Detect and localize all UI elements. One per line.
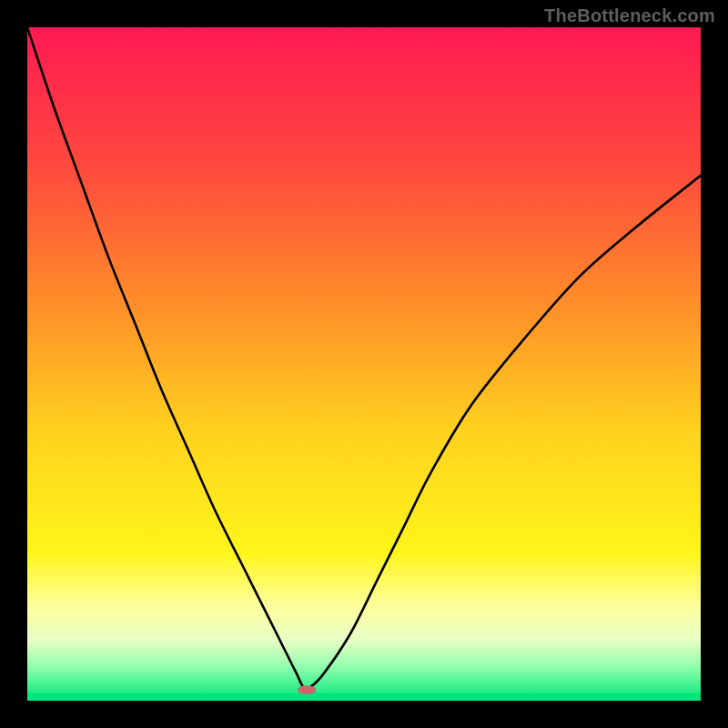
watermark-text: TheBottleneck.com [544, 5, 715, 26]
bottleneck-plot [27, 27, 701, 701]
chart-frame: TheBottleneck.com [0, 0, 728, 728]
plot-svg [27, 27, 701, 701]
gradient-background [27, 27, 701, 701]
min-point-marker [298, 685, 316, 694]
